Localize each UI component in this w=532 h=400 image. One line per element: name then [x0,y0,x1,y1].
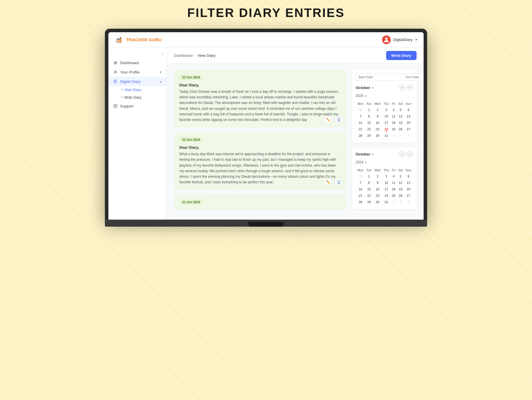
calendar-day[interactable]: 13 [405,113,412,119]
calendar-day[interactable]: 17 [382,120,390,126]
sidebar-item-write-diary[interactable]: Write Diary [117,94,167,101]
calendar-day[interactable]: 20 [405,120,412,126]
calendar-day[interactable]: 24 [382,193,390,199]
calendar-day[interactable]: 10 [382,113,390,119]
calendar-day[interactable]: 30 [373,199,382,205]
calendar-top-year-chevron-icon[interactable] [365,94,367,98]
calendar-day[interactable]: 27 [405,126,412,132]
calendar-day[interactable]: 20 [405,186,412,192]
calendar-day[interactable]: 22 [365,126,373,132]
sidebar-item-your-profile[interactable]: Your Profile ▼ [108,67,167,77]
calendar-day[interactable]: 29 [365,133,373,139]
calendar-day[interactable]: 6 [405,173,412,179]
calendar-day[interactable]: 1 [365,173,373,179]
calendar-day[interactable]: 1 [391,199,397,205]
calendar-day[interactable]: 12 [397,180,404,186]
calendar-day[interactable]: 31 [382,133,390,139]
sidebar-item-support[interactable]: Support [108,101,167,111]
calendar-day[interactable]: 5 [397,173,404,179]
calendar-day[interactable]: 17 [382,186,390,192]
calendar-day[interactable]: 30 [373,133,382,139]
calendar-day[interactable]: 11 [391,113,397,119]
calendar-day[interactable]: 15 [365,186,373,192]
calendar-day[interactable]: 7 [356,180,365,186]
calendar-day[interactable]: 9 [373,113,382,119]
calendar-day[interactable]: 16 [373,186,382,192]
calendar-day[interactable]: 2 [397,199,404,205]
calendar-day[interactable]: 5 [397,107,404,113]
sidebar-item-dashboard[interactable]: ⊞ Dashboard [108,58,167,67]
brand-logo-icon [114,35,124,45]
calendar-day[interactable]: 25 [391,193,397,199]
user-menu[interactable]: DigitalDiary ▼ [382,35,418,44]
calendar-day[interactable]: 21 [356,193,365,199]
calendar-day[interactable]: 11 [391,180,397,186]
sidebar-item-view-diary[interactable]: View Diary [117,86,167,94]
calendar-day[interactable]: 27 [405,193,412,199]
calendar-day[interactable]: 18 [391,186,397,192]
calendar-day[interactable]: 3 [382,107,390,113]
calendar-top-prev-button[interactable]: − [399,84,405,91]
calendar-day[interactable]: 2 [373,173,382,179]
entry-2-text: What a busy day Work was intense we're a… [179,151,341,185]
calendar-day[interactable]: 14 [356,120,365,126]
calendar-day[interactable]: 21 [356,126,365,132]
calendar-bottom-next-button[interactable]: − [407,151,413,157]
entry-1-edit-button[interactable]: ✏️ [324,116,332,124]
calendar-day[interactable]: 22 [365,193,373,199]
calendar-day[interactable]: 14 [356,186,365,192]
calendar-day[interactable]: 19 [397,120,404,126]
calendar-day[interactable]: 24 [382,126,390,132]
calendar-day[interactable]: 1 [365,107,373,113]
calendar-bottom-year-chevron-icon[interactable] [365,161,367,164]
collapse-icon[interactable]: ‹ [162,51,163,56]
calendar-day[interactable]: 25 [391,126,397,132]
calendar-day[interactable]: 1 [391,133,397,139]
calendar-day[interactable]: 30 [356,173,365,179]
calendar-day[interactable]: 9 [373,180,382,186]
calendar-day[interactable]: 8 [365,113,373,119]
entry-2-edit-button[interactable]: ✏️ [324,178,332,186]
calendar-top-next-button[interactable]: − [407,84,413,91]
calendar-day[interactable]: 31 [382,199,390,205]
calendar-day[interactable]: 13 [405,180,412,186]
calendar-day[interactable]: 12 [397,113,404,119]
calendar-day[interactable]: 23 [373,193,382,199]
calendar-day[interactable]: 26 [397,193,404,199]
calendar-day[interactable]: 23 [373,126,382,132]
calendar-day[interactable]: 2 [373,107,382,113]
calendar-day[interactable]: 4 [391,107,397,113]
calendar-day[interactable]: 16 [373,120,382,126]
calendar-day[interactable]: 10 [382,180,390,186]
calendar-day[interactable]: 6 [405,107,412,113]
calendar-day[interactable]: 19 [397,186,404,192]
start-date-input[interactable] [356,73,401,81]
entry-1-delete-button[interactable]: 🗑️ [335,116,343,124]
calendar-top-month-chevron-icon[interactable] [371,86,374,89]
calendar-day[interactable]: 30 [356,107,365,113]
calendar-day[interactable]: 18 [391,120,397,126]
end-date-input[interactable] [403,73,424,81]
calendar-day[interactable]: 3 [382,173,390,179]
sidebar-item-digital-diary[interactable]: Digital Diary ▲ [108,77,167,86]
brand-name-part2: GURU [149,37,162,42]
sidebar-toggle[interactable]: ‹ [108,51,167,58]
entry-2-date: 22 Oct 2024 [179,137,203,142]
calendar-day[interactable]: 3 [405,199,412,205]
diary-submenu: View Diary Write Diary [108,86,167,101]
cal-bot-th-thu: Thu [382,168,390,173]
write-diary-button[interactable]: Write Diary [386,51,417,60]
calendar-bottom-prev-button[interactable]: − [399,151,405,157]
calendar-day[interactable]: 4 [391,173,397,179]
calendar-day[interactable]: 8 [365,180,373,186]
calendar-day[interactable]: 15 [365,120,373,126]
calendar-day[interactable]: 3 [405,133,412,139]
calendar-day[interactable]: 28 [356,133,365,139]
entry-2-delete-button[interactable]: 🗑️ [335,178,343,186]
calendar-bottom-month-chevron-icon[interactable] [371,153,374,156]
calendar-day[interactable]: 28 [356,199,365,205]
calendar-day[interactable]: 2 [397,133,404,139]
calendar-day[interactable]: 7 [356,113,365,119]
calendar-day[interactable]: 26 [397,126,404,132]
calendar-day[interactable]: 29 [365,199,373,205]
